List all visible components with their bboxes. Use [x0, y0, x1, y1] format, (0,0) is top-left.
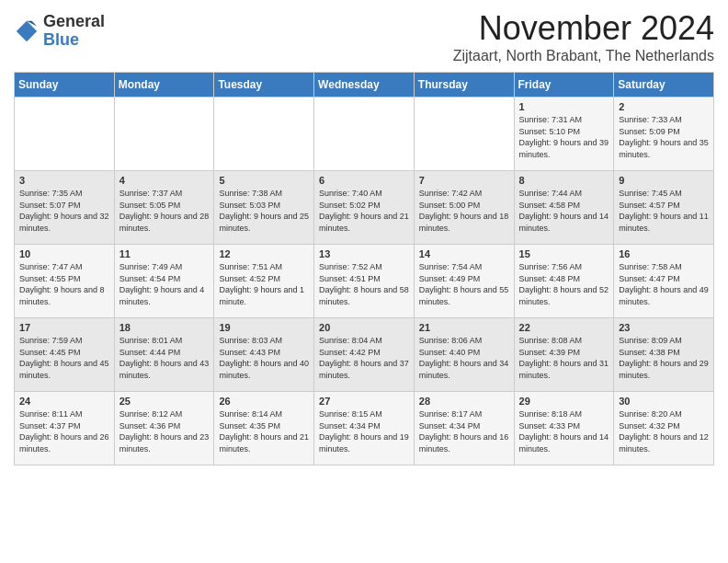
calendar-cell: 29Sunrise: 8:18 AM Sunset: 4:33 PM Dayli…	[514, 392, 614, 465]
day-info: Sunrise: 8:04 AM Sunset: 4:42 PM Dayligh…	[319, 335, 409, 381]
calendar-cell: 5Sunrise: 7:38 AM Sunset: 5:03 PM Daylig…	[214, 171, 314, 245]
calendar-cell: 28Sunrise: 8:17 AM Sunset: 4:34 PM Dayli…	[414, 392, 514, 465]
day-info: Sunrise: 8:01 AM Sunset: 4:44 PM Dayligh…	[119, 335, 210, 381]
day-number: 3	[19, 175, 109, 186]
day-number: 26	[219, 396, 309, 407]
calendar-cell: 13Sunrise: 7:52 AM Sunset: 4:51 PM Dayli…	[314, 245, 415, 318]
calendar-table: SundayMondayTuesdayWednesdayThursdayFrid…	[14, 72, 714, 465]
day-info: Sunrise: 7:37 AM Sunset: 5:05 PM Dayligh…	[119, 188, 210, 234]
day-number: 25	[119, 396, 210, 407]
day-number: 1	[519, 101, 609, 112]
calendar-cell: 2Sunrise: 7:33 AM Sunset: 5:09 PM Daylig…	[614, 98, 714, 171]
day-info: Sunrise: 7:31 AM Sunset: 5:10 PM Dayligh…	[519, 114, 609, 160]
day-number: 16	[619, 248, 709, 259]
day-info: Sunrise: 8:08 AM Sunset: 4:39 PM Dayligh…	[519, 335, 609, 381]
day-number: 15	[519, 248, 609, 259]
day-number: 7	[419, 175, 509, 186]
title-area: November 2024 Zijtaart, North Brabant, T…	[453, 9, 714, 64]
day-number: 5	[219, 175, 309, 186]
day-info: Sunrise: 7:45 AM Sunset: 4:57 PM Dayligh…	[619, 188, 709, 234]
calendar-cell	[114, 98, 214, 171]
day-number: 12	[219, 248, 309, 259]
day-info: Sunrise: 8:12 AM Sunset: 4:36 PM Dayligh…	[119, 408, 210, 454]
day-number: 10	[19, 248, 109, 259]
calendar-cell: 23Sunrise: 8:09 AM Sunset: 4:38 PM Dayli…	[614, 318, 714, 392]
day-info: Sunrise: 8:18 AM Sunset: 4:33 PM Dayligh…	[519, 408, 609, 454]
calendar-week-row: 17Sunrise: 7:59 AM Sunset: 4:45 PM Dayli…	[15, 318, 714, 392]
day-number: 9	[619, 175, 709, 186]
calendar-cell: 12Sunrise: 7:51 AM Sunset: 4:52 PM Dayli…	[214, 245, 314, 318]
day-info: Sunrise: 7:47 AM Sunset: 4:55 PM Dayligh…	[19, 261, 109, 307]
day-number: 2	[619, 101, 709, 112]
calendar-cell: 14Sunrise: 7:54 AM Sunset: 4:49 PM Dayli…	[414, 245, 514, 318]
day-number: 4	[119, 175, 210, 186]
day-of-week-header: Monday	[114, 73, 214, 98]
calendar-cell: 27Sunrise: 8:15 AM Sunset: 4:34 PM Dayli…	[314, 392, 415, 465]
day-number: 27	[319, 396, 409, 407]
month-title: November 2024	[453, 9, 714, 48]
calendar-cell	[314, 98, 415, 171]
day-number: 17	[19, 322, 109, 333]
calendar-week-row: 1Sunrise: 7:31 AM Sunset: 5:10 PM Daylig…	[15, 98, 714, 171]
calendar-cell: 11Sunrise: 7:49 AM Sunset: 4:54 PM Dayli…	[114, 245, 214, 318]
day-info: Sunrise: 7:49 AM Sunset: 4:54 PM Dayligh…	[119, 261, 210, 307]
day-info: Sunrise: 7:44 AM Sunset: 4:58 PM Dayligh…	[519, 188, 609, 234]
calendar-week-row: 3Sunrise: 7:35 AM Sunset: 5:07 PM Daylig…	[15, 171, 714, 245]
day-number: 28	[419, 396, 509, 407]
day-info: Sunrise: 8:03 AM Sunset: 4:43 PM Dayligh…	[219, 335, 309, 381]
calendar-cell: 8Sunrise: 7:44 AM Sunset: 4:58 PM Daylig…	[514, 171, 614, 245]
calendar-cell: 3Sunrise: 7:35 AM Sunset: 5:07 PM Daylig…	[15, 171, 115, 245]
day-info: Sunrise: 7:40 AM Sunset: 5:02 PM Dayligh…	[319, 188, 409, 234]
logo: General Blue	[14, 13, 105, 50]
day-info: Sunrise: 8:06 AM Sunset: 4:40 PM Dayligh…	[419, 335, 509, 381]
calendar-cell: 21Sunrise: 8:06 AM Sunset: 4:40 PM Dayli…	[414, 318, 514, 392]
calendar-cell: 10Sunrise: 7:47 AM Sunset: 4:55 PM Dayli…	[15, 245, 115, 318]
day-info: Sunrise: 7:59 AM Sunset: 4:45 PM Dayligh…	[19, 335, 109, 381]
day-number: 11	[119, 248, 210, 259]
location-title: Zijtaart, North Brabant, The Netherlands	[453, 48, 714, 64]
calendar-week-row: 10Sunrise: 7:47 AM Sunset: 4:55 PM Dayli…	[15, 245, 714, 318]
day-number: 8	[519, 175, 609, 186]
calendar-cell: 30Sunrise: 8:20 AM Sunset: 4:32 PM Dayli…	[614, 392, 714, 465]
day-info: Sunrise: 7:38 AM Sunset: 5:03 PM Dayligh…	[219, 188, 309, 234]
day-number: 13	[319, 248, 409, 259]
day-number: 22	[519, 322, 609, 333]
day-number: 6	[319, 175, 409, 186]
day-number: 19	[219, 322, 309, 333]
calendar-cell: 26Sunrise: 8:14 AM Sunset: 4:35 PM Dayli…	[214, 392, 314, 465]
day-number: 30	[619, 396, 709, 407]
day-of-week-header: Saturday	[614, 73, 714, 98]
day-info: Sunrise: 8:09 AM Sunset: 4:38 PM Dayligh…	[619, 335, 709, 381]
calendar-cell: 20Sunrise: 8:04 AM Sunset: 4:42 PM Dayli…	[314, 318, 415, 392]
day-of-week-header: Friday	[514, 73, 614, 98]
day-info: Sunrise: 7:58 AM Sunset: 4:47 PM Dayligh…	[619, 261, 709, 307]
calendar-cell: 7Sunrise: 7:42 AM Sunset: 5:00 PM Daylig…	[414, 171, 514, 245]
day-of-week-header: Wednesday	[314, 73, 415, 98]
calendar-cell: 16Sunrise: 7:58 AM Sunset: 4:47 PM Dayli…	[614, 245, 714, 318]
day-of-week-header: Tuesday	[214, 73, 314, 98]
calendar-cell	[214, 98, 314, 171]
day-number: 24	[19, 396, 109, 407]
day-info: Sunrise: 7:54 AM Sunset: 4:49 PM Dayligh…	[419, 261, 509, 307]
day-info: Sunrise: 7:35 AM Sunset: 5:07 PM Dayligh…	[19, 188, 109, 234]
calendar-cell: 9Sunrise: 7:45 AM Sunset: 4:57 PM Daylig…	[614, 171, 714, 245]
calendar-cell	[15, 98, 115, 171]
calendar-cell: 15Sunrise: 7:56 AM Sunset: 4:48 PM Dayli…	[514, 245, 614, 318]
logo-blue-text: Blue	[43, 31, 105, 50]
day-info: Sunrise: 8:17 AM Sunset: 4:34 PM Dayligh…	[419, 408, 509, 454]
day-number: 20	[319, 322, 409, 333]
day-info: Sunrise: 7:42 AM Sunset: 5:00 PM Dayligh…	[419, 188, 509, 234]
day-number: 21	[419, 322, 509, 333]
day-info: Sunrise: 7:52 AM Sunset: 4:51 PM Dayligh…	[319, 261, 409, 307]
day-info: Sunrise: 7:51 AM Sunset: 4:52 PM Dayligh…	[219, 261, 309, 307]
logo-icon	[14, 18, 40, 44]
calendar-header-row: SundayMondayTuesdayWednesdayThursdayFrid…	[15, 73, 714, 98]
calendar-cell: 19Sunrise: 8:03 AM Sunset: 4:43 PM Dayli…	[214, 318, 314, 392]
calendar-cell: 17Sunrise: 7:59 AM Sunset: 4:45 PM Dayli…	[15, 318, 115, 392]
day-of-week-header: Thursday	[414, 73, 514, 98]
calendar-cell: 25Sunrise: 8:12 AM Sunset: 4:36 PM Dayli…	[114, 392, 214, 465]
calendar-cell: 22Sunrise: 8:08 AM Sunset: 4:39 PM Dayli…	[514, 318, 614, 392]
calendar-cell: 4Sunrise: 7:37 AM Sunset: 5:05 PM Daylig…	[114, 171, 214, 245]
day-info: Sunrise: 8:20 AM Sunset: 4:32 PM Dayligh…	[619, 408, 709, 454]
day-info: Sunrise: 8:11 AM Sunset: 4:37 PM Dayligh…	[19, 408, 109, 454]
